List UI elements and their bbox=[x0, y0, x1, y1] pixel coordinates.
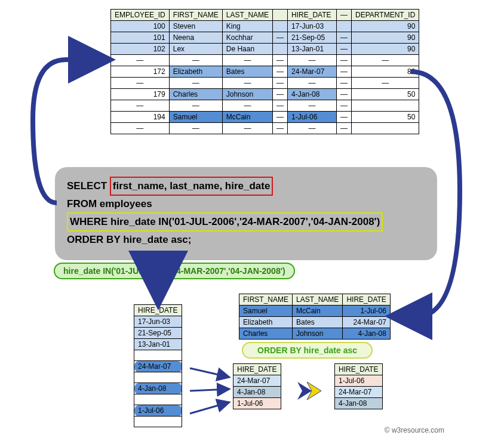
arrow-pill-3 bbox=[190, 402, 229, 414]
copyright-text: © w3resource.com bbox=[385, 426, 444, 434]
hire-date-sorted: HIRE_DATE 1-Jul-06 24-Mar-07 4-Jan-08 bbox=[334, 363, 383, 409]
hire-date-source-column: HIRE_DATE 17-Jun-03 21-Sep-05 13-Jan-01 … bbox=[134, 304, 182, 427]
employees-table-full: EMPLOYEE_ID FIRST_NAME LAST_NAME HIRE_DA… bbox=[110, 9, 419, 134]
table-row: 102 Lex De Haan 13-Jan-01 — 90 bbox=[111, 44, 419, 55]
table-row-dash: — — — — — — — bbox=[111, 55, 419, 66]
table-row: 100 Steven King 17-Jun-03 90 bbox=[111, 21, 419, 32]
hire-date-unsorted: HIRE_DATE 24-Mar-07 4-Jan-08 1-Jul-06 bbox=[233, 363, 281, 409]
sql-orderby-line: ORDER BY hire_date asc; bbox=[67, 232, 425, 248]
table-header: EMPLOYEE_ID FIRST_NAME LAST_NAME HIRE_DA… bbox=[111, 10, 419, 21]
table-row: Samuel McCain 1-Jul-06 bbox=[239, 306, 391, 317]
sql-from-line: FROM employees bbox=[67, 196, 425, 212]
sql-query-panel: SELECT first_name, last_name, hire_date … bbox=[55, 167, 437, 260]
orderby-label-oval: ORDER BY hire_date asc bbox=[242, 342, 373, 359]
sql-where-clause: WHERE hire_date IN('01-JUL-2006','24-MAR… bbox=[67, 212, 383, 232]
table-row: Charles Johnson 4-Jan-08 bbox=[239, 328, 391, 340]
arrow-pill-1 bbox=[190, 368, 229, 377]
table-row: 172 Elizabeth Bates — 24-Mar-07 — 80 bbox=[111, 66, 419, 78]
table-row: 179 Charles Johnson — 4-Jan-08 — 50 bbox=[111, 89, 419, 100]
arrow-pill-2 bbox=[190, 389, 229, 391]
table-row: 194 Samuel McCain — 1-Jul-06 — 50 bbox=[111, 112, 419, 123]
sql-select-keyword: SELECT bbox=[67, 180, 110, 192]
table-row: 101 Neena Kochhar — 21-Sep-05 — 90 bbox=[111, 32, 419, 44]
chevron-right-icon bbox=[297, 382, 321, 400]
table-row-dash: — — — — — — bbox=[111, 100, 419, 112]
table-row-dash: — — — — — — — bbox=[111, 78, 419, 89]
sql-where-line: WHERE hire_date IN('01-JUL-2006','24-MAR… bbox=[67, 212, 425, 232]
sql-select-columns: first_name, last_name, hire_date bbox=[110, 177, 273, 196]
table-row: Elizabeth Bates 24-Mar-07 bbox=[239, 317, 391, 328]
table-header: FIRST_NAME LAST_NAME HIRE_DATE bbox=[239, 294, 391, 306]
table-row-dash: — — — — — — bbox=[111, 123, 419, 134]
result-table: FIRST_NAME LAST_NAME HIRE_DATE Samuel Mc… bbox=[239, 294, 391, 340]
sql-select-line: SELECT first_name, last_name, hire_date bbox=[67, 177, 425, 196]
filter-label-oval: hire_date IN('01-JUL-2006','24-MAR-2007'… bbox=[54, 263, 295, 279]
